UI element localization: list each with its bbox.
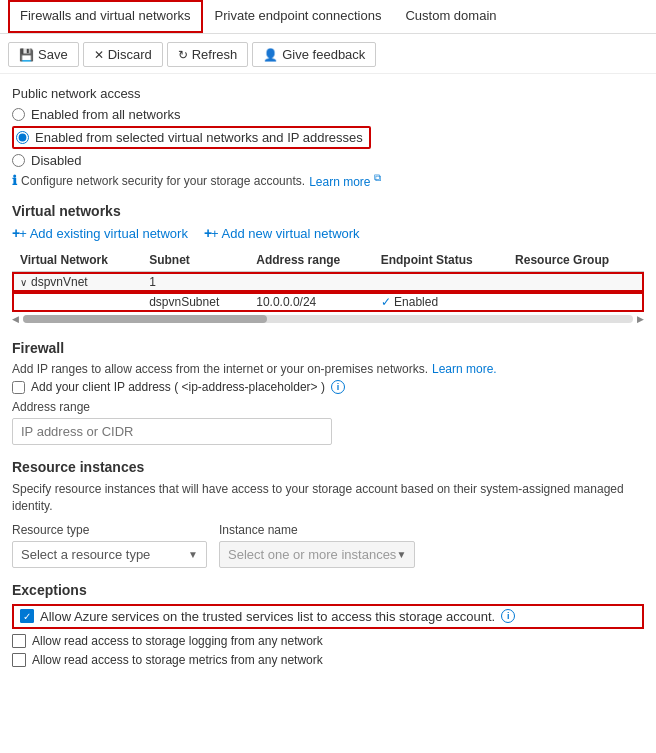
- status-check-icon: ✓: [381, 295, 391, 309]
- exception-item-trusted[interactable]: ✓ Allow Azure services on the trusted se…: [12, 604, 644, 629]
- radio-all-networks[interactable]: Enabled from all networks: [12, 107, 644, 122]
- horizontal-scrollbar[interactable]: ◀ ▶: [12, 312, 644, 326]
- col-endpoint-status: Endpoint Status: [373, 249, 507, 272]
- refresh-button[interactable]: ↻ Refresh: [167, 42, 249, 67]
- save-icon: 💾: [19, 48, 34, 62]
- tab-private[interactable]: Private endpoint connections: [203, 0, 394, 33]
- firewall-description: Add IP ranges to allow access from the i…: [12, 362, 644, 376]
- exception-item-logging[interactable]: Allow read access to storage logging fro…: [12, 634, 644, 648]
- resource-type-dropdown[interactable]: Select a resource type ▼: [12, 541, 207, 568]
- resource-row: Resource type Select a resource type ▼ I…: [12, 523, 644, 568]
- client-ip-info-icon[interactable]: i: [331, 380, 345, 394]
- vnet-rg-cell: [507, 272, 644, 293]
- firewall-learn-more-link[interactable]: Learn more.: [432, 362, 497, 376]
- radio-selected-networks[interactable]: Enabled from selected virtual networks a…: [12, 126, 644, 149]
- external-link-icon: ⧉: [374, 172, 381, 183]
- firewall-title: Firewall: [12, 340, 644, 356]
- feedback-button[interactable]: 👤 Give feedback: [252, 42, 376, 67]
- scroll-left-arrow[interactable]: ◀: [12, 314, 19, 324]
- subnet-range-cell: 10.0.0.0/24: [248, 292, 372, 312]
- resource-type-chevron-icon: ▼: [188, 549, 198, 560]
- address-range-label: Address range: [12, 400, 644, 414]
- add-new-vnet-button[interactable]: + + Add new virtual network: [204, 225, 360, 241]
- exceptions-title: Exceptions: [12, 582, 644, 598]
- firewall-section: Firewall Add IP ranges to allow access f…: [12, 340, 644, 445]
- resource-instances-desc: Specify resource instances that will hav…: [12, 481, 644, 515]
- exception-item-metrics[interactable]: Allow read access to storage metrics fro…: [12, 653, 644, 667]
- add-links-row: + + Add existing virtual network + + Add…: [12, 225, 644, 241]
- discard-icon: ✕: [94, 48, 104, 62]
- subnet-rg-cell: [507, 292, 644, 312]
- tabs-bar: Firewalls and virtual networks Private e…: [0, 0, 656, 34]
- instance-name-value: Select one or more instances: [228, 547, 396, 562]
- vnet-count-cell: 1: [141, 272, 248, 293]
- metrics-checkbox[interactable]: [12, 653, 26, 667]
- virtual-networks-section: Virtual networks + + Add existing virtua…: [12, 203, 644, 326]
- vnet-table: Virtual Network Subnet Address range End…: [12, 249, 644, 312]
- col-resource-group: Resource Group: [507, 249, 644, 272]
- instance-name-label: Instance name: [219, 523, 415, 537]
- toolbar: 💾 Save ✕ Discard ↻ Refresh 👤 Give feedba…: [0, 34, 656, 74]
- resource-type-value: Select a resource type: [21, 547, 150, 562]
- instance-name-dropdown[interactable]: Select one or more instances ▼: [219, 541, 415, 568]
- info-icon: ℹ: [12, 173, 17, 188]
- add-new-label: + Add new virtual network: [211, 226, 360, 241]
- content-area: Public network access Enabled from all n…: [0, 74, 656, 688]
- client-ip-label: Add your client IP address ( <ip-address…: [31, 380, 325, 394]
- add-existing-label: + Add existing virtual network: [19, 226, 188, 241]
- trusted-label: Allow Azure services on the trusted serv…: [40, 609, 495, 624]
- address-range-input[interactable]: [12, 418, 332, 445]
- virtual-networks-title: Virtual networks: [12, 203, 644, 219]
- trusted-checkbox[interactable]: ✓: [20, 609, 34, 623]
- logging-checkbox[interactable]: [12, 634, 26, 648]
- vnet-name-cell: ∨ dspvnVnet: [12, 272, 141, 292]
- subnet-status-cell: ✓ Enabled: [373, 292, 507, 312]
- subnet-empty-cell: [12, 292, 141, 312]
- metrics-label: Allow read access to storage metrics fro…: [32, 653, 323, 667]
- scroll-thumb: [23, 315, 267, 323]
- resource-instances-title: Resource instances: [12, 459, 644, 475]
- vnet-addr-cell: [248, 272, 372, 293]
- vnet-status-cell: [373, 272, 507, 293]
- radio-group-access: Enabled from all networks Enabled from s…: [12, 107, 644, 168]
- scroll-right-arrow[interactable]: ▶: [637, 314, 644, 324]
- scroll-track[interactable]: [23, 315, 633, 323]
- table-header-row: Virtual Network Subnet Address range End…: [12, 249, 644, 272]
- info-line: ℹ Configure network security for your st…: [12, 172, 644, 189]
- tab-firewalls[interactable]: Firewalls and virtual networks: [8, 0, 203, 33]
- add-existing-vnet-button[interactable]: + + Add existing virtual network: [12, 225, 188, 241]
- logging-label: Allow read access to storage logging fro…: [32, 634, 323, 648]
- refresh-icon: ↻: [178, 48, 188, 62]
- learn-more-link[interactable]: Learn more ⧉: [309, 172, 381, 189]
- col-subnet: Subnet: [141, 249, 248, 272]
- instance-name-col: Instance name Select one or more instanc…: [219, 523, 415, 568]
- public-network-section: Public network access Enabled from all n…: [12, 86, 644, 168]
- subnet-name-cell: dspvnSubnet: [141, 292, 248, 312]
- row-chevron-icon: ∨: [20, 277, 27, 288]
- col-virtual-network: Virtual Network: [12, 249, 141, 272]
- discard-button[interactable]: ✕ Discard: [83, 42, 163, 67]
- trusted-info-icon[interactable]: i: [501, 609, 515, 623]
- resource-type-label: Resource type: [12, 523, 207, 537]
- client-ip-checkbox-item[interactable]: Add your client IP address ( <ip-address…: [12, 380, 644, 394]
- resource-type-col: Resource type Select a resource type ▼: [12, 523, 207, 568]
- save-button[interactable]: 💾 Save: [8, 42, 79, 67]
- client-ip-checkbox[interactable]: [12, 381, 25, 394]
- table-row-group-header[interactable]: ∨ dspvnVnet 1: [12, 272, 644, 293]
- instance-name-chevron-icon: ▼: [396, 549, 406, 560]
- exceptions-section: Exceptions ✓ Allow Azure services on the…: [12, 582, 644, 667]
- table-row-subnet[interactable]: dspvnSubnet 10.0.0.0/24 ✓ Enabled: [12, 292, 644, 312]
- radio-disabled[interactable]: Disabled: [12, 153, 644, 168]
- col-address-range: Address range: [248, 249, 372, 272]
- public-network-label: Public network access: [12, 86, 644, 101]
- resource-instances-section: Resource instances Specify resource inst…: [12, 459, 644, 568]
- tab-custom[interactable]: Custom domain: [393, 0, 508, 33]
- feedback-icon: 👤: [263, 48, 278, 62]
